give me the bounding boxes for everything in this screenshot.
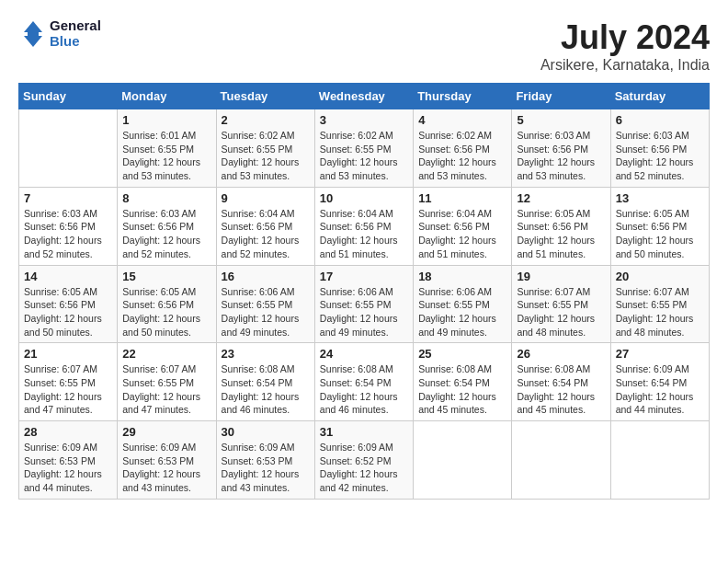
calendar-header-row: SundayMondayTuesdayWednesdayThursdayFrid… (19, 84, 710, 109)
logo-container: General Blue (18, 18, 101, 49)
day-number: 10 (320, 191, 408, 205)
day-number: 26 (517, 347, 605, 361)
calendar-week-row: 28Sunrise: 6:09 AM Sunset: 6:53 PM Dayli… (19, 421, 710, 500)
calendar-cell: 4Sunrise: 6:02 AM Sunset: 6:56 PM Daylig… (414, 109, 512, 188)
cell-content: Sunrise: 6:01 AM Sunset: 6:55 PM Dayligh… (122, 129, 210, 183)
cell-content: Sunrise: 6:07 AM Sunset: 6:55 PM Dayligh… (616, 285, 704, 339)
cell-content: Sunrise: 6:03 AM Sunset: 6:56 PM Dayligh… (517, 129, 605, 183)
day-number: 18 (418, 270, 506, 283)
calendar-week-row: 1Sunrise: 6:01 AM Sunset: 6:55 PM Daylig… (19, 109, 710, 188)
day-number: 4 (418, 113, 506, 127)
day-number: 5 (517, 113, 605, 127)
day-number: 1 (122, 113, 210, 127)
calendar-week-row: 21Sunrise: 6:07 AM Sunset: 6:55 PM Dayli… (19, 343, 710, 421)
page-header: General Blue July 2024 Arsikere, Karnata… (18, 18, 710, 74)
header-thursday: Thursday (414, 84, 512, 109)
cell-content: Sunrise: 6:03 AM Sunset: 6:56 PM Dayligh… (616, 129, 704, 183)
day-number: 17 (320, 270, 408, 283)
title-block: July 2024 Arsikere, Karnataka, India (540, 18, 710, 74)
header-monday: Monday (118, 84, 216, 109)
calendar-cell: 16Sunrise: 6:06 AM Sunset: 6:55 PM Dayli… (216, 265, 314, 343)
day-number: 13 (616, 191, 704, 205)
calendar-cell: 3Sunrise: 6:02 AM Sunset: 6:55 PM Daylig… (314, 109, 413, 188)
day-number: 16 (222, 270, 310, 283)
calendar-cell: 25Sunrise: 6:08 AM Sunset: 6:54 PM Dayli… (414, 343, 512, 421)
day-number: 8 (122, 191, 210, 205)
calendar-cell: 29Sunrise: 6:09 AM Sunset: 6:53 PM Dayli… (118, 421, 216, 500)
day-number: 15 (122, 270, 210, 283)
day-number: 21 (24, 347, 112, 361)
cell-content: Sunrise: 6:06 AM Sunset: 6:55 PM Dayligh… (222, 285, 310, 339)
calendar-cell: 18Sunrise: 6:06 AM Sunset: 6:55 PM Dayli… (414, 265, 512, 343)
day-number: 25 (418, 347, 506, 361)
cell-content: Sunrise: 6:07 AM Sunset: 6:55 PM Dayligh… (122, 362, 210, 417)
day-number: 20 (616, 270, 704, 283)
day-number: 19 (517, 270, 605, 283)
cell-content: Sunrise: 6:02 AM Sunset: 6:55 PM Dayligh… (222, 129, 310, 183)
calendar-cell: 6Sunrise: 6:03 AM Sunset: 6:56 PM Daylig… (610, 109, 709, 188)
calendar-cell (19, 109, 118, 188)
cell-content: Sunrise: 6:03 AM Sunset: 6:56 PM Dayligh… (122, 207, 210, 261)
cell-content: Sunrise: 6:08 AM Sunset: 6:54 PM Dayligh… (517, 362, 605, 417)
day-number: 6 (616, 113, 704, 127)
calendar-cell: 10Sunrise: 6:04 AM Sunset: 6:56 PM Dayli… (314, 187, 413, 265)
cell-content: Sunrise: 6:07 AM Sunset: 6:55 PM Dayligh… (517, 285, 605, 339)
header-tuesday: Tuesday (216, 84, 314, 109)
calendar-cell: 19Sunrise: 6:07 AM Sunset: 6:55 PM Dayli… (512, 265, 610, 343)
day-number: 23 (222, 347, 310, 361)
cell-content: Sunrise: 6:05 AM Sunset: 6:56 PM Dayligh… (616, 207, 704, 261)
cell-content: Sunrise: 6:02 AM Sunset: 6:56 PM Dayligh… (418, 129, 506, 183)
cell-content: Sunrise: 6:09 AM Sunset: 6:54 PM Dayligh… (616, 362, 704, 417)
day-number: 22 (122, 347, 210, 361)
day-number: 27 (616, 347, 704, 361)
calendar-table: SundayMondayTuesdayWednesdayThursdayFrid… (18, 83, 710, 500)
calendar-cell: 9Sunrise: 6:04 AM Sunset: 6:56 PM Daylig… (216, 187, 314, 265)
calendar-cell (610, 421, 709, 500)
cell-content: Sunrise: 6:09 AM Sunset: 6:52 PM Dayligh… (320, 441, 408, 495)
cell-content: Sunrise: 6:06 AM Sunset: 6:55 PM Dayligh… (320, 285, 408, 339)
cell-content: Sunrise: 6:05 AM Sunset: 6:56 PM Dayligh… (24, 285, 112, 339)
header-saturday: Saturday (610, 84, 709, 109)
calendar-cell: 13Sunrise: 6:05 AM Sunset: 6:56 PM Dayli… (610, 187, 709, 265)
calendar-cell: 30Sunrise: 6:09 AM Sunset: 6:53 PM Dayli… (216, 421, 314, 500)
calendar-cell: 31Sunrise: 6:09 AM Sunset: 6:52 PM Dayli… (314, 421, 413, 500)
calendar-cell: 1Sunrise: 6:01 AM Sunset: 6:55 PM Daylig… (118, 109, 216, 188)
cell-content: Sunrise: 6:07 AM Sunset: 6:55 PM Dayligh… (24, 362, 112, 417)
cell-content: Sunrise: 6:03 AM Sunset: 6:56 PM Dayligh… (24, 207, 112, 261)
cell-content: Sunrise: 6:09 AM Sunset: 6:53 PM Dayligh… (222, 441, 310, 495)
logo-blue: Blue (50, 34, 101, 50)
calendar-cell: 24Sunrise: 6:08 AM Sunset: 6:54 PM Dayli… (314, 343, 413, 421)
calendar-cell: 8Sunrise: 6:03 AM Sunset: 6:56 PM Daylig… (118, 187, 216, 265)
day-number: 30 (222, 425, 310, 439)
calendar-cell: 26Sunrise: 6:08 AM Sunset: 6:54 PM Dayli… (512, 343, 610, 421)
day-number: 3 (320, 113, 408, 127)
svg-marker-0 (24, 21, 42, 47)
day-number: 28 (24, 425, 112, 439)
calendar-cell: 27Sunrise: 6:09 AM Sunset: 6:54 PM Dayli… (610, 343, 709, 421)
calendar-cell: 7Sunrise: 6:03 AM Sunset: 6:56 PM Daylig… (19, 187, 118, 265)
day-number: 31 (320, 425, 408, 439)
cell-content: Sunrise: 6:08 AM Sunset: 6:54 PM Dayligh… (320, 362, 408, 417)
day-number: 29 (122, 425, 210, 439)
calendar-week-row: 14Sunrise: 6:05 AM Sunset: 6:56 PM Dayli… (19, 265, 710, 343)
cell-content: Sunrise: 6:06 AM Sunset: 6:55 PM Dayligh… (418, 285, 506, 339)
calendar-cell: 23Sunrise: 6:08 AM Sunset: 6:54 PM Dayli… (216, 343, 314, 421)
calendar-cell: 21Sunrise: 6:07 AM Sunset: 6:55 PM Dayli… (19, 343, 118, 421)
calendar-cell: 12Sunrise: 6:05 AM Sunset: 6:56 PM Dayli… (512, 187, 610, 265)
header-friday: Friday (512, 84, 610, 109)
logo: General Blue (18, 18, 101, 49)
calendar-cell (414, 421, 512, 500)
cell-content: Sunrise: 6:09 AM Sunset: 6:53 PM Dayligh… (122, 441, 210, 495)
day-number: 14 (24, 270, 112, 283)
calendar-cell: 15Sunrise: 6:05 AM Sunset: 6:56 PM Dayli… (118, 265, 216, 343)
calendar-cell: 20Sunrise: 6:07 AM Sunset: 6:55 PM Dayli… (610, 265, 709, 343)
header-wednesday: Wednesday (314, 84, 413, 109)
cell-content: Sunrise: 6:04 AM Sunset: 6:56 PM Dayligh… (320, 207, 408, 261)
cell-content: Sunrise: 6:04 AM Sunset: 6:56 PM Dayligh… (222, 207, 310, 261)
calendar-week-row: 7Sunrise: 6:03 AM Sunset: 6:56 PM Daylig… (19, 187, 710, 265)
day-number: 7 (24, 191, 112, 205)
day-number: 24 (320, 347, 408, 361)
day-number: 9 (222, 191, 310, 205)
calendar-cell (512, 421, 610, 500)
calendar-cell: 17Sunrise: 6:06 AM Sunset: 6:55 PM Dayli… (314, 265, 413, 343)
